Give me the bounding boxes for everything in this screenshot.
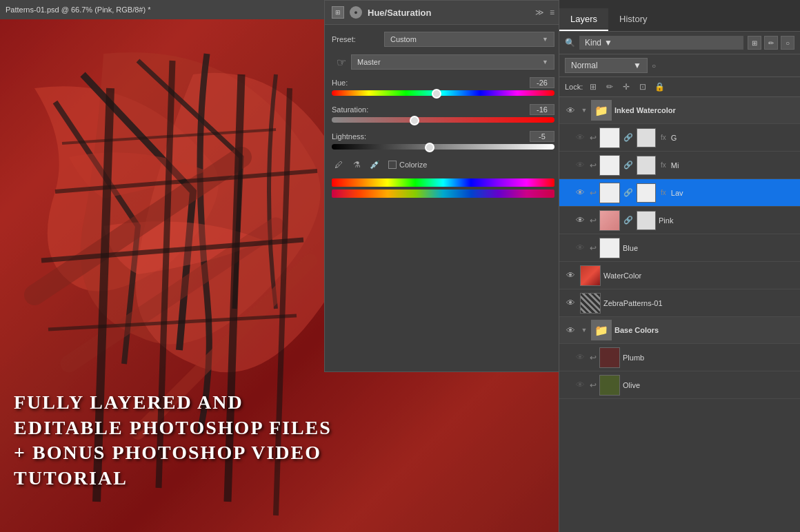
chain-icon-pink: 🔗 (623, 215, 634, 226)
visibility-icon-watercolor[interactable]: 👁 (563, 269, 577, 283)
saturation-value[interactable]: -16 (530, 104, 554, 115)
colorize-checkbox[interactable] (388, 161, 397, 169)
visibility-icon-inked[interactable]: 👁 (563, 103, 577, 117)
layer-name-watercolor: WaterColor (603, 272, 796, 280)
layer-item-g[interactable]: 👁 ↩ 🔗 fx G (559, 124, 800, 152)
preset-dropdown[interactable]: Custom ▼ (384, 32, 554, 47)
mask-g (637, 128, 656, 147)
hue-slider-section: Hue: -26 (332, 77, 554, 96)
saturation-label: Saturation: (332, 105, 368, 114)
blend-mode-dropdown[interactable]: Normal ▼ (565, 58, 648, 73)
preset-value: Custom (390, 35, 417, 43)
title-bar: Patterns-01.psd @ 66.7% (Pink, RGB/8#) * (0, 0, 324, 19)
layer-name-olive: Olive (623, 381, 796, 389)
filter-pixel-icon[interactable]: ⊞ (748, 36, 761, 50)
layer-item-plumb[interactable]: 👁 ↩ Plumb (559, 344, 800, 371)
preset-arrow-icon: ▼ (542, 36, 548, 43)
thumb-mi (599, 155, 620, 176)
hue-thumb[interactable] (432, 89, 441, 99)
panel-icon-circle: ● (350, 6, 362, 19)
return-icon-blue: ↩ (590, 243, 597, 253)
tab-history[interactable]: History (608, 8, 658, 31)
thumb-g (599, 127, 620, 148)
lightness-label: Lightness: (332, 132, 366, 141)
overlay-line4: TUTORIAL (14, 466, 332, 491)
layer-name-inked: Inked Watercolor (614, 106, 676, 114)
eyedropper-icon-1[interactable]: 🖊 (332, 158, 346, 172)
visibility-icon-olive[interactable]: 👁 (573, 378, 587, 392)
eyedropper-icon-3[interactable]: 💉 (368, 158, 381, 172)
visibility-icon-zebra[interactable]: 👁 (563, 296, 577, 310)
thumb-inked: 📁 (591, 100, 612, 121)
visibility-icon-blue[interactable]: 👁 (573, 241, 587, 255)
lightness-thumb[interactable] (425, 143, 434, 152)
properties-title: Hue/Saturation (368, 8, 431, 18)
layers-search-row: 🔍 Kind ▼ ⊞ ✏ ○ (559, 32, 800, 54)
overlay-line1: FULLY LAYERED AND (14, 390, 332, 415)
saturation-slider-section: Saturation: -16 (332, 104, 554, 123)
tab-layers[interactable]: Layers (559, 8, 608, 31)
expand-icon-base[interactable]: ▼ (580, 326, 588, 334)
search-icon: 🔍 (565, 38, 575, 48)
layers-tabs: Layers History (559, 0, 800, 32)
layer-item-pink[interactable]: 👁 ↩ 🔗 Pink (559, 207, 800, 234)
visibility-icon-g[interactable]: 👁 (573, 131, 587, 145)
visibility-icon-pink[interactable]: 👁 (573, 214, 587, 227)
properties-header: ⊞ ● Hue/Saturation ≫ ≡ (325, 1, 561, 25)
channel-row: ☞ Master ▼ (332, 52, 554, 72)
layer-item-lav[interactable]: 👁 ↩ 🔗 fx Lav (559, 179, 800, 207)
hue-value[interactable]: -26 (530, 77, 554, 88)
return-icon-pink: ↩ (590, 216, 597, 225)
filter-toggle-icon[interactable]: ○ (781, 36, 794, 50)
visibility-icon-plumb[interactable]: 👁 (573, 351, 587, 365)
lock-brush-icon[interactable]: ✏ (603, 81, 616, 93)
properties-body: Preset: Custom ▼ ☞ Master ▼ Hue: -26 (325, 25, 561, 207)
thumb-olive (599, 375, 620, 396)
lock-move-icon[interactable]: ✛ (620, 81, 632, 93)
layer-item-mi[interactable]: 👁 ↩ 🔗 fx Mi (559, 152, 800, 179)
layer-item-zebra[interactable]: 👁 ZebraPatterns-01 (559, 289, 800, 317)
layer-item-olive[interactable]: 👁 ↩ Olive (559, 371, 800, 399)
saturation-track[interactable] (332, 117, 554, 123)
lightness-track[interactable] (332, 144, 554, 150)
expand-icon-inked[interactable]: ▼ (580, 106, 588, 114)
return-icon-lav: ↩ (590, 188, 597, 198)
thumb-plumb (599, 347, 620, 368)
lock-checkerboard-icon[interactable]: ⊞ (587, 81, 599, 93)
layer-item-base-colors[interactable]: 👁 ▼ 📁 Base Colors (559, 317, 800, 344)
preset-label: Preset: (332, 35, 380, 43)
eyedropper-icon-2[interactable]: ⚗ (350, 158, 363, 172)
kind-dropdown[interactable]: Kind ▼ (579, 36, 743, 50)
lock-all-icon[interactable]: 🔒 (653, 81, 666, 93)
panel-menu-icon[interactable]: ≡ (550, 8, 554, 17)
overlay-line3: + BONUS PHOTOSHOP VIDEO (14, 440, 332, 465)
panel-expand-icon[interactable]: ≫ (535, 8, 544, 17)
visibility-icon-base[interactable]: 👁 (563, 323, 577, 337)
visibility-icon-lav[interactable]: 👁 (573, 186, 587, 200)
layer-name-lav: Lav (671, 189, 796, 197)
blend-arrow-icon: ▼ (633, 61, 641, 70)
colorize-row: 🖊 ⚗ 💉 Colorize (332, 158, 554, 172)
lightness-label-row: Lightness: -5 (332, 131, 554, 142)
filter-icons: ⊞ ✏ ○ (748, 36, 794, 50)
thumb-lav (599, 183, 620, 203)
layer-item-inked-watercolor[interactable]: 👁 ▼ 📁 Inked Watercolor (559, 97, 800, 124)
layer-item-watercolor[interactable]: 👁 WaterColor (559, 262, 800, 289)
lock-artboard-icon[interactable]: ⊡ (637, 81, 649, 93)
opacity-label: ○ (652, 62, 656, 70)
kind-value: Kind (585, 38, 601, 48)
hue-track[interactable] (332, 90, 554, 96)
visibility-icon-mi[interactable]: 👁 (573, 158, 587, 172)
preset-row: Preset: Custom ▼ (332, 32, 554, 47)
lightness-value[interactable]: -5 (530, 131, 554, 142)
layer-item-blue[interactable]: 👁 ↩ Blue (559, 234, 800, 262)
saturation-thumb[interactable] (410, 116, 419, 125)
layer-name-zebra: ZebraPatterns-01 (603, 299, 796, 307)
kind-arrow-icon: ▼ (604, 38, 612, 48)
filter-adjust-icon[interactable]: ✏ (764, 36, 778, 50)
channel-value: Master (357, 58, 381, 66)
properties-panel: ⊞ ● Hue/Saturation ≫ ≡ Preset: Custom ▼ … (324, 0, 562, 372)
channel-dropdown[interactable]: Master ▼ (351, 54, 554, 70)
layers-scroll[interactable]: 👁 ▼ 📁 Inked Watercolor 👁 ↩ 🔗 fx G 👁 ↩ 🔗 … (559, 97, 800, 519)
colorize-checkbox-label: Colorize (388, 161, 427, 169)
